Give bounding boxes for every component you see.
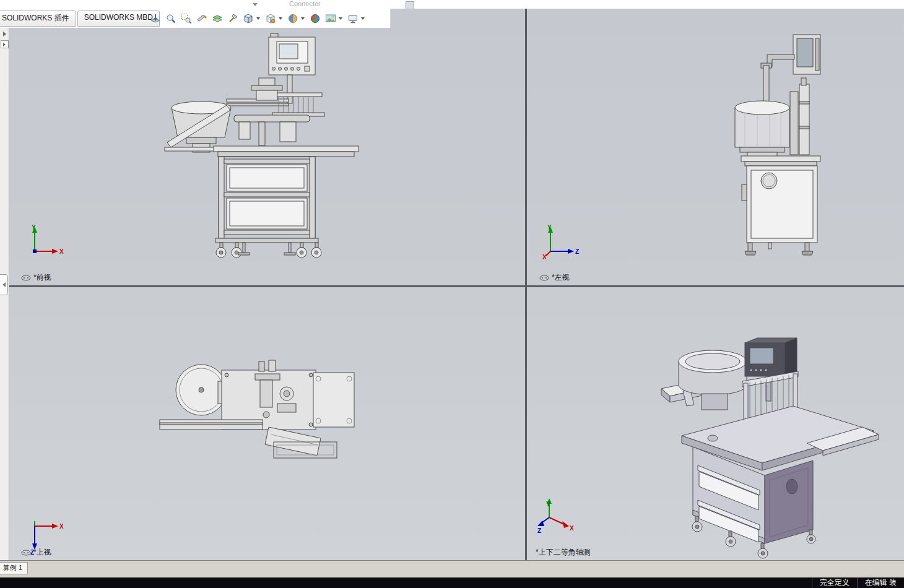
status-bar: 完全定义 在编辑 装 [0,577,904,588]
svg-text:X: X [59,523,64,530]
svg-text:X: X [542,254,547,260]
top-view-drawing [9,287,525,560]
chevron-down-icon[interactable] [253,3,258,6]
view-link-icon [21,275,31,281]
orientation-triad: Y X [26,223,66,259]
viewport-splitter-horizontal[interactable] [9,285,904,287]
tab-solidworks-addins[interactable]: SOLIDWORKS 插件 [0,11,76,27]
orientation-triad: Y X Z [537,498,576,535]
apply-scene-icon[interactable] [323,11,338,26]
left-view-drawing [527,9,904,285]
view-label-front: *前视 [21,272,51,283]
graphics-area[interactable]: Y X *前视 [9,9,904,560]
dropdown-caret-icon[interactable] [339,17,342,20]
svg-text:Y: Y [32,224,36,231]
dropdown-caret-icon[interactable] [301,17,305,20]
chevron-left-icon [2,282,6,287]
dropdown-caret-icon[interactable] [361,17,365,20]
view-label-isometric: *上下二等角轴测 [536,547,591,558]
zoom-to-area-icon[interactable] [178,11,194,26]
edit-appearance-icon[interactable] [285,11,300,26]
svg-text:Y: Y [547,224,552,231]
definition-status: 完全定义 [812,577,857,588]
view-label-text: *左视 [552,272,570,283]
expand-panel-icon[interactable] [3,32,6,37]
svg-text:X: X [570,525,574,532]
section-view-icon[interactable] [194,11,209,26]
view-label-text: *上下二等角轴测 [536,547,591,558]
command-tabs: SOLIDWORKS 插件 SOLIDWORKS MBD [0,11,161,27]
view-label-text: *上视 [33,547,51,558]
view-label-text: *前视 [33,272,51,283]
view-toolbar [147,11,367,26]
svg-text:Y: Y [546,501,550,508]
left-panel-rail [0,28,9,560]
hide-show-items-icon[interactable] [263,11,278,26]
menu-bar-clipped: Connector [0,0,904,9]
viewport-isometric[interactable]: Y X Z *上下二等角轴测 [527,287,904,560]
isometric-view-drawing [527,287,904,560]
view-settings-icon[interactable] [345,11,360,26]
dropdown-caret-icon[interactable] [256,17,260,20]
panel-toggle-button[interactable] [1,40,9,48]
viewport-left[interactable]: Y Z X *左视 [527,9,904,285]
study-tab-bar: 算例 1 [0,560,904,578]
viewport-top[interactable]: X Z *上视 [9,287,525,560]
svg-text:X: X [59,248,64,255]
svg-text:Z: Z [537,527,541,534]
panel-collapse-tab[interactable] [0,274,8,295]
zoom-to-fit-icon[interactable] [147,11,163,26]
command-manager: SOLIDWORKS 插件 SOLIDWORKS MBD [0,9,391,28]
display-style-icon[interactable] [240,11,256,26]
viewport-front[interactable]: Y X *前视 [9,9,525,285]
connector-label: Connector [289,0,321,7]
orientation-triad: Y Z X [542,223,581,260]
view-orientation-icon[interactable] [209,11,225,26]
zoom-icon[interactable] [163,11,178,26]
view-link-icon [539,275,549,281]
view-link-icon [21,550,31,556]
dropdown-caret-icon[interactable] [279,17,282,20]
svg-text:Z: Z [575,248,579,255]
clipped-toolbar-icon[interactable] [406,1,414,9]
viewport-splitter-vertical[interactable] [525,9,527,560]
view-label-left: *左视 [539,272,570,283]
editing-status: 在编辑 装 [857,577,904,588]
front-view-drawing [9,9,525,285]
appearance-ball-icon[interactable] [307,11,323,26]
view-label-top: *上视 [21,547,51,558]
cutaway-icon[interactable] [225,11,240,26]
tab-motion-study[interactable]: 算例 1 [0,562,28,574]
chevron-right-icon [3,43,6,46]
